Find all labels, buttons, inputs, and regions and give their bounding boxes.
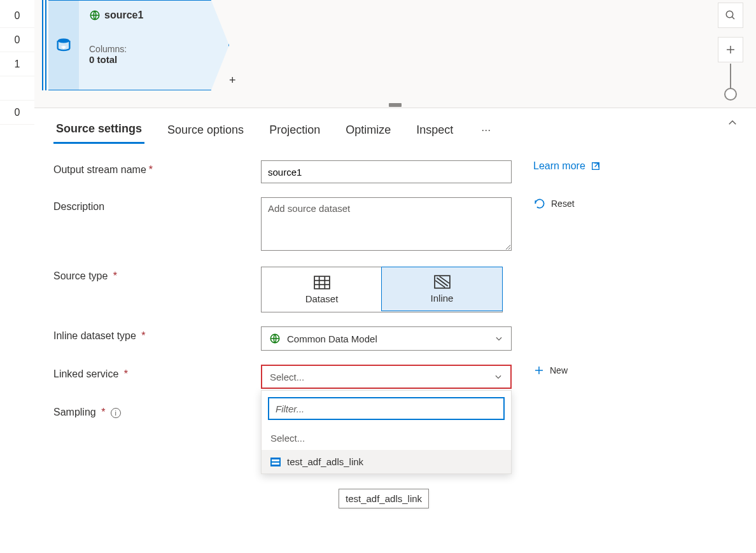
svg-point-0: [58, 39, 70, 43]
sampling-label: Sampling * i: [53, 403, 261, 418]
svg-rect-8: [314, 276, 330, 289]
rail-item[interactable]: 0: [0, 4, 34, 28]
search-icon: [725, 10, 736, 21]
tab-source-options[interactable]: Source options: [165, 117, 246, 143]
canvas-zoom-in-button[interactable]: [718, 37, 743, 62]
dataset-icon: [314, 276, 330, 290]
source-settings-form: Output stream name* Learn more Descripti…: [34, 144, 756, 449]
database-arrow-icon: [55, 36, 73, 54]
svg-rect-20: [272, 463, 279, 465]
plus-icon: [725, 44, 736, 55]
source-type-inline[interactable]: Inline: [381, 267, 503, 311]
description-textarea[interactable]: [261, 197, 512, 251]
rail-item[interactable]: [0, 76, 34, 101]
tab-projection[interactable]: Projection: [267, 117, 323, 143]
node-handle[interactable]: [42, 0, 48, 90]
svg-line-16: [435, 280, 445, 287]
svg-rect-18: [270, 458, 281, 466]
panel-resize-handle[interactable]: [389, 103, 402, 107]
node-type-icon-box: [48, 0, 79, 90]
chevron-down-icon: [494, 334, 503, 343]
linked-service-label: Linked service *: [53, 365, 261, 380]
linked-service-dropdown: Select... test_adf_adls_link: [261, 390, 512, 474]
zoom-slider-track[interactable]: [730, 64, 731, 89]
info-icon[interactable]: i: [111, 408, 121, 418]
cdm-icon: [89, 10, 101, 21]
inline-icon: [434, 275, 451, 289]
option-tooltip: test_adf_adls_link: [339, 489, 429, 508]
rail-item[interactable]: 1: [0, 52, 34, 76]
tab-overflow-button[interactable]: ···: [476, 123, 496, 137]
svg-line-7: [594, 163, 598, 167]
output-stream-label: Output stream name*: [53, 160, 261, 176]
tab-inspect[interactable]: Inspect: [414, 117, 456, 143]
source-type-dataset[interactable]: Dataset: [262, 267, 382, 312]
learn-more-link[interactable]: Learn more: [533, 160, 601, 172]
chevron-up-icon: [727, 117, 738, 129]
new-linked-service-button[interactable]: New: [533, 365, 568, 376]
chevron-down-icon: [494, 372, 503, 381]
tab-bar: Source settings Source options Projectio…: [34, 108, 756, 144]
collapse-panel-button[interactable]: [727, 117, 738, 129]
plus-icon: [533, 365, 545, 376]
storage-icon: [270, 458, 281, 466]
add-transform-icon[interactable]: +: [229, 74, 236, 87]
tab-source-settings[interactable]: Source settings: [53, 116, 144, 144]
rail-item[interactable]: 0: [0, 101, 34, 125]
dropdown-option-placeholder[interactable]: Select...: [262, 426, 511, 450]
linked-service-filter-input[interactable]: [268, 397, 505, 420]
zoom-slider-thumb[interactable]: [724, 88, 737, 101]
reset-icon: [533, 197, 546, 210]
node-body[interactable]: source1 Columns: 0 total: [79, 0, 229, 90]
output-stream-input[interactable]: [261, 160, 512, 183]
dropdown-option[interactable]: test_adf_adls_link: [262, 450, 511, 473]
rail-item[interactable]: 0: [0, 28, 34, 52]
source-node[interactable]: source1 Columns: 0 total: [42, 0, 229, 90]
inline-dataset-type-select[interactable]: Common Data Model: [261, 326, 512, 351]
tab-optimize[interactable]: Optimize: [343, 117, 393, 143]
inline-dataset-type-label: Inline dataset type *: [53, 326, 261, 342]
open-external-icon: [591, 161, 601, 171]
reset-button[interactable]: Reset: [533, 197, 575, 210]
left-rail: 0 0 1 0: [0, 0, 34, 553]
node-columns-label: Columns:: [89, 44, 218, 54]
node-columns-count: 0 total: [89, 54, 218, 65]
canvas-search-button[interactable]: [718, 3, 743, 28]
description-label: Description: [53, 197, 261, 213]
flow-canvas[interactable]: source1 Columns: 0 total +: [34, 0, 756, 108]
node-title-text: source1: [104, 10, 143, 21]
svg-line-15: [439, 276, 449, 283]
source-type-toggle: Dataset Inline: [261, 267, 503, 312]
svg-line-3: [732, 17, 734, 19]
linked-service-select[interactable]: Select...: [261, 365, 512, 389]
source-type-label: Source type *: [53, 267, 261, 282]
cdm-icon: [269, 333, 281, 344]
svg-point-2: [726, 11, 733, 18]
svg-rect-19: [272, 459, 279, 461]
